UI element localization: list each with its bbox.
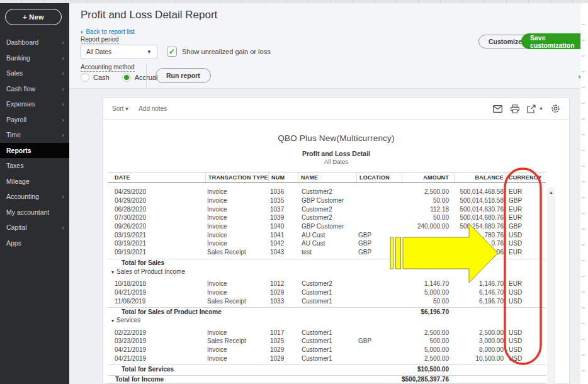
- total-row: Total for Sales: [108, 259, 546, 268]
- cell-transaction-type: Invoice: [205, 214, 268, 221]
- transaction-row[interactable]: 04/29/2020Invoice1035GBP Customer50.0050…: [108, 196, 546, 205]
- total-label: Total for Services: [108, 366, 402, 373]
- sidebar-item-accounting[interactable]: Accounting›: [0, 189, 69, 205]
- sidebar-item-banking[interactable]: Banking›: [0, 50, 69, 66]
- total-row: Total for Sales of Product Income$6,196.…: [108, 307, 546, 316]
- cell-date: 03/23/2019: [108, 337, 205, 344]
- add-notes-link[interactable]: Add notes: [139, 105, 167, 112]
- sidebar-item-mileage[interactable]: Mileage: [0, 174, 69, 189]
- sidebar-item-taxes[interactable]: Taxes: [0, 158, 69, 174]
- sidebar-item-dashboard[interactable]: Dashboard›: [0, 35, 69, 50]
- cell-date: 04/21/2019: [108, 346, 205, 353]
- cell-name: Customer1: [298, 329, 356, 336]
- column-header-amount: AMOUNT: [402, 172, 454, 183]
- cell-amount: 2,500.00: [402, 188, 454, 195]
- transaction-row[interactable]: 02/22/2019Invoice1017Customer12,500.002,…: [108, 328, 546, 337]
- cell-date: 03/19/2021: [108, 240, 205, 247]
- cell-date: 04/29/2020: [108, 197, 205, 204]
- sort-dropdown[interactable]: Sort ▾: [112, 105, 128, 112]
- sidebar-item-capital[interactable]: Capital›: [0, 220, 69, 235]
- transaction-row[interactable]: 04/29/2020Invoice1036Customer22,500.0050…: [108, 188, 546, 196]
- cell-date: 10/18/2018: [108, 280, 205, 287]
- section-row: ▾Sales of Product Income: [108, 267, 546, 276]
- sidebar-item-time[interactable]: Time›: [0, 127, 69, 143]
- cell-num: 1025: [268, 337, 298, 344]
- print-icon[interactable]: [510, 104, 519, 113]
- cell-date: 09/26/2020: [108, 223, 205, 230]
- email-icon[interactable]: [493, 104, 502, 113]
- collapse-triangle-icon[interactable]: ▾: [111, 318, 114, 324]
- transaction-row[interactable]: 09/19/2021Sales Receipt1043testGBP.06EUR: [108, 248, 546, 257]
- cash-radio-label: Cash: [93, 74, 110, 81]
- cell-name: Customer1: [298, 355, 356, 362]
- sidebar-item-my-accountant[interactable]: My accountant: [0, 205, 69, 220]
- transaction-row[interactable]: 06/28/2020Invoice1037Customer2112.18500,…: [108, 205, 546, 213]
- total-label: Total for Sales: [108, 259, 402, 266]
- accrual-radio[interactable]: [122, 73, 131, 82]
- cell-date: 04/29/2020: [108, 188, 205, 195]
- total-amount: $6,196.70: [402, 308, 454, 315]
- sidebar-item-cash-flow[interactable]: Cash flow›: [0, 81, 69, 97]
- sidebar-item-label: Cash flow: [6, 85, 62, 93]
- cell-num: 1042: [268, 240, 298, 247]
- back-to-report-list-link[interactable]: ‹ Back to report list: [81, 28, 135, 35]
- transaction-row[interactable]: 04/21/2019Invoice1029Customer15,000.006,…: [108, 288, 546, 297]
- cell-currency: EUR: [506, 214, 546, 221]
- cell-num: 1039: [268, 214, 298, 221]
- cell-num: 1029: [268, 355, 298, 362]
- settings-gear-icon[interactable]: [551, 104, 560, 113]
- save-customization-button[interactable]: Save customization: [521, 33, 588, 49]
- cell-currency: USD: [506, 337, 546, 344]
- sidebar-item-payroll[interactable]: Payroll›: [0, 112, 69, 128]
- report-subtitle: All Dates: [103, 158, 569, 165]
- cell-name: Customer2: [298, 280, 356, 287]
- accounting-method-label: Accounting method: [81, 64, 135, 72]
- cell-date: 06/28/2020: [108, 206, 205, 213]
- transaction-row[interactable]: 03/19/2021Invoice1042AU CustGBP0.76USD: [108, 239, 546, 248]
- run-report-button[interactable]: Run report: [155, 68, 211, 83]
- sidebar: + New Dashboard›Banking›Sales›Cash flow›…: [0, 3, 69, 384]
- transaction-row[interactable]: 04/21/2019Invoice1029Customer12,500.0010…: [108, 354, 546, 363]
- export-icon[interactable]: [527, 104, 536, 113]
- table-scrollbar[interactable]: ▲: [547, 187, 555, 384]
- cell-name: Customer1: [298, 298, 356, 305]
- chevron-right-icon: ›: [62, 116, 64, 123]
- cell-amount: 50.00: [402, 197, 454, 204]
- sidebar-item-expenses[interactable]: Expenses›: [0, 96, 69, 112]
- cell-currency: EUR: [506, 188, 546, 195]
- chevron-right-icon: ›: [62, 131, 64, 138]
- transaction-row[interactable]: 10/18/2018Invoice1012Customer21,146.701,…: [108, 280, 546, 288]
- transaction-row[interactable]: 03/19/2021Invoice1041AU CustGBP,780.76US…: [108, 230, 546, 239]
- export-caret-icon[interactable]: ▼: [539, 106, 543, 111]
- report-table-header: DATETRANSACTION TYPENUMNAMELOCATIONAMOUN…: [108, 172, 546, 183]
- sidebar-item-label: Payroll: [6, 116, 62, 123]
- column-header-balance: BALANCE: [454, 172, 506, 183]
- sidebar-item-sales[interactable]: Sales›: [0, 65, 69, 81]
- cell-amount: 5,000.00: [402, 346, 454, 353]
- cash-radio[interactable]: [81, 73, 89, 82]
- transaction-row[interactable]: 11/06/2019Sales Receipt1033Customer150.0…: [108, 296, 546, 305]
- back-chevron-icon: ‹: [81, 28, 83, 35]
- sidebar-item-label: Accounting: [6, 193, 62, 200]
- page-scroll-strip[interactable]: [580, 3, 588, 384]
- section-row: ▾Services: [108, 316, 546, 325]
- sidebar-item-apps[interactable]: Apps: [0, 235, 69, 251]
- sidebar-item-label: Expenses: [6, 100, 62, 108]
- cell-amount: 5,000.00: [402, 289, 454, 296]
- show-unrealized-checkbox[interactable]: ✓: [167, 47, 177, 57]
- scroll-up-icon[interactable]: ▲: [547, 188, 555, 196]
- report-title: Profit and Loss Detail: [103, 150, 569, 157]
- cell-num: 1033: [268, 298, 298, 305]
- transaction-row[interactable]: 07/30/2020Invoice1039Customer250.00500,0…: [108, 213, 546, 222]
- transaction-row[interactable]: 03/23/2019Sales Receipt1025Customer1GBP5…: [108, 337, 546, 346]
- cell-amount: 500.00: [402, 337, 454, 344]
- transaction-row[interactable]: 09/26/2020Invoice1040GBP Customer240,000…: [108, 222, 546, 231]
- collapse-triangle-icon[interactable]: ▾: [111, 269, 114, 275]
- column-header-transaction-type: TRANSACTION TYPE: [205, 172, 268, 183]
- new-button[interactable]: + New: [5, 9, 62, 25]
- sidebar-item-reports[interactable]: Reports: [0, 143, 69, 159]
- cell-balance: 500,254,680.76: [454, 223, 506, 230]
- sidebar-item-label: Taxes: [6, 162, 64, 169]
- report-period-select[interactable]: All Dates ▼: [81, 45, 157, 59]
- transaction-row[interactable]: 04/21/2019Invoice1029Customer15,000.008,…: [108, 346, 546, 354]
